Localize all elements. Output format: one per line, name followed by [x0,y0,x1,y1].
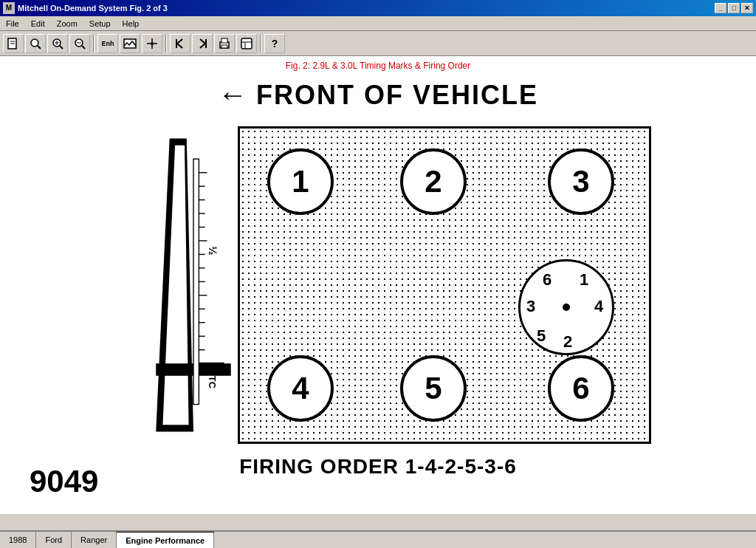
svg-point-13 [151,42,154,45]
status-tab-make[interactable]: Ford [36,532,72,548]
distributor-center-dot [563,304,570,311]
svg-rect-18 [221,45,227,48]
toolbar-zoom-in[interactable] [47,34,68,53]
distributor: 6 1 3 4 5 2 [518,259,614,355]
maximize-button[interactable]: □ [728,3,740,13]
cylinder-3: 3 [548,148,614,215]
figure-number: 9049 [30,464,98,499]
close-button[interactable]: ✕ [741,3,753,13]
firing-order-label: FIRING ORDER 1-4-2-5-3-6 [0,455,756,479]
toolbar-print[interactable] [214,34,235,53]
svg-rect-14 [176,39,177,48]
toolbar-enhance[interactable]: Enh [97,34,118,53]
minimize-button[interactable]: _ [715,3,726,13]
dist-num-3: 3 [526,297,535,316]
menu-zoom[interactable]: Zoom [51,18,83,30]
cylinder-2: 2 [400,148,467,215]
distributor-inner: 6 1 3 4 5 2 [520,261,612,353]
figure-title: Fig. 2: 2.9L & 3.0L Timing Marks & Firin… [0,56,756,72]
toolbar-forward[interactable] [192,34,213,53]
svg-line-6 [60,46,63,49]
dist-num-4: 4 [594,297,603,316]
engine-block: 1 2 3 6 1 3 [238,126,651,444]
menu-bar: File Edit Zoom Setup Help [0,16,756,31]
cylinder-1: 1 [267,148,334,215]
svg-line-4 [38,46,41,49]
svg-line-10 [82,46,85,49]
menu-edit[interactable]: Edit [25,18,51,30]
window-title: Mitchell On-Demand System Fig. 2 of 3 [18,4,715,13]
app-icon: M [3,2,15,14]
front-label-text: FRONT OF VEHICLE [256,80,538,111]
cylinder-5: 5 [400,355,467,422]
cylinder-4: 4 [267,355,334,422]
toolbar-separator-3 [260,35,261,52]
svg-text:½: ½ [207,246,219,255]
status-tab-category[interactable]: Engine Performance [117,532,214,548]
toolbar-pan[interactable] [142,34,162,53]
menu-help[interactable]: Help [117,18,145,30]
left-arrow-icon: ← [218,78,249,112]
status-tab-model[interactable]: Ranger [72,532,117,548]
timing-scale: ½ TC [149,126,238,436]
toolbar-settings[interactable] [236,34,257,53]
svg-text:TC: TC [207,376,218,388]
toolbar-search[interactable] [25,34,46,53]
toolbar: Enh ? [0,31,756,56]
toolbar-new[interactable] [3,34,24,53]
svg-point-3 [31,39,38,47]
svg-rect-25 [193,159,199,404]
content-area: Fig. 2: 2.9L & 3.0L Timing Marks & Firin… [0,56,756,514]
front-of-vehicle-label: ← FRONT OF VEHICLE [0,78,756,112]
toolbar-zoom-out[interactable] [69,34,90,53]
toolbar-separator-2 [165,35,167,52]
dist-num-1: 1 [580,270,588,290]
window-controls: _ □ ✕ [715,3,753,13]
toolbar-back[interactable] [170,34,190,53]
svg-rect-17 [221,38,227,43]
toolbar-help[interactable]: ? [264,34,285,53]
title-bar: M Mitchell On-Demand System Fig. 2 of 3 … [0,0,756,16]
dist-num-5: 5 [537,326,546,346]
menu-file[interactable]: File [0,18,25,30]
toolbar-separator-1 [93,35,94,52]
diagram-container: ½ TC 1 2 3 [0,119,756,444]
dist-num-6: 6 [543,270,551,290]
status-tab-year[interactable]: 1988 [0,532,36,548]
status-bar: 1988 Ford Ranger Engine Performance [0,530,756,548]
svg-rect-15 [205,39,207,48]
timing-marks-svg: ½ TC [149,126,238,444]
svg-rect-19 [241,38,252,49]
menu-setup[interactable]: Setup [83,18,117,30]
dist-num-2: 2 [563,332,572,352]
cylinder-6: 6 [548,355,614,422]
toolbar-image[interactable] [120,34,140,53]
